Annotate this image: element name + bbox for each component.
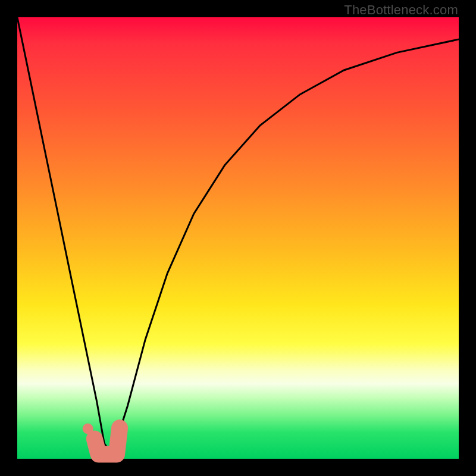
highlight-dot — [83, 424, 93, 434]
bottleneck-curve — [17, 17, 459, 455]
highlight-hook — [95, 428, 120, 455]
outer-frame: TheBottleneck.com — [0, 0, 476, 476]
watermark-text: TheBottleneck.com — [344, 2, 458, 18]
chart-svg — [17, 17, 459, 459]
